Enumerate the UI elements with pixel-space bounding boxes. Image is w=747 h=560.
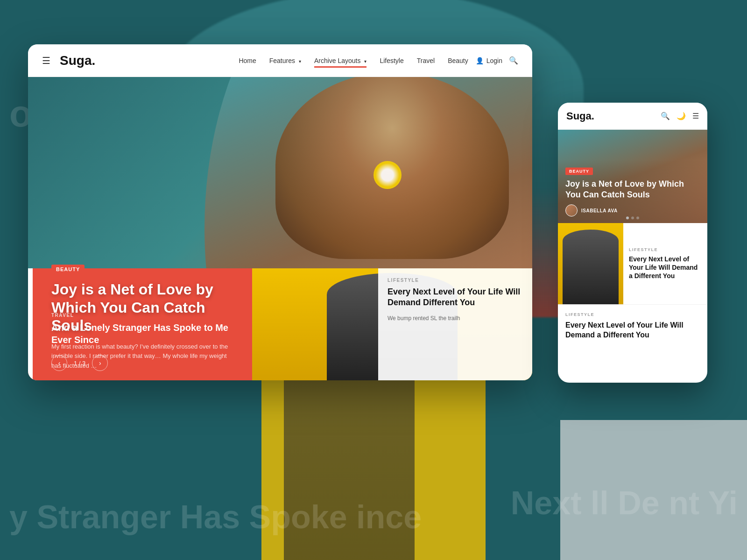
overlay-excerpt: We bump rented SL the trailh [388,314,523,322]
overlay-category: LIFESTYLE [388,278,523,283]
nav-link-beauty[interactable]: Beauty [448,57,468,64]
hero-title: Joy is a Net of Love by Which You Can Ca… [51,280,247,334]
desktop-content: BEAUTY Joy is a Net of Love by Which You… [28,77,532,380]
desktop-navbar: ☰ Suga. Home Features ▾ Archive Layouts … [28,44,532,77]
author-avatar [565,204,578,217]
hero-flower-decoration [374,161,402,189]
mobile-card-1-image [558,223,623,304]
nav-item-travel[interactable]: Travel [417,56,435,65]
desktop-nav-links: Home Features ▾ Archive Layouts ▾ Lifest… [239,56,468,65]
nav-link-home[interactable]: Home [239,57,256,64]
nav-link-archive[interactable]: Archive Layouts ▾ [314,57,367,68]
nav-link-features[interactable]: Features ▾ [269,57,301,64]
hero-category-badge[interactable]: BEAUTY [51,265,85,274]
nav-link-travel[interactable]: Travel [417,57,435,64]
nav-item-archive[interactable]: Archive Layouts ▾ [314,56,367,65]
mobile-search-icon[interactable]: 🔍 [661,112,670,120]
hamburger-icon[interactable]: ☰ [42,55,50,66]
bg-text-bottom-left: y Stranger Has Spoke ince [0,497,422,537]
card-2-category: LIFESTYLE [565,312,700,317]
card-person-image [563,230,619,304]
mobile-moon-icon[interactable]: 🌙 [677,112,686,120]
user-icon: 👤 [476,57,484,64]
desktop-mockup: ☰ Suga. Home Features ▾ Archive Layouts … [28,44,532,380]
login-button[interactable]: 👤 Login [476,57,502,64]
card-1-title: Every Next Level of Your Life Will Deman… [629,255,702,280]
mobile-hero-content: BEAUTY Joy is a Net of Love by Which You… [558,160,707,223]
mobile-nav-icons: 🔍 🌙 ☰ [661,112,699,120]
bg-text-right: Next ll De nt Yi [511,483,738,523]
archive-dropdown-arrow: ▾ [364,59,366,64]
hero-excerpt: My first reaction is what beauty? I've d… [51,342,229,371]
features-dropdown-arrow: ▾ [299,59,301,64]
mobile-hero-badge: BEAUTY [565,168,593,175]
hero-text-area: BEAUTY Joy is a Net of Love by Which You… [28,251,271,380]
mobile-logo[interactable]: Suga. [566,110,594,122]
desktop-logo[interactable]: Suga. [60,53,95,68]
nav-item-home[interactable]: Home [239,56,256,65]
mobile-hero: BEAUTY Joy is a Net of Love by Which You… [558,130,707,223]
mobile-author: ISABELLA AVA [565,204,700,217]
nav-link-lifestyle[interactable]: Lifestyle [380,57,403,64]
mobile-navbar: Suga. 🔍 🌙 ☰ [558,103,707,130]
nav-item-features[interactable]: Features ▾ [269,56,301,65]
bottom-image-card: LIFESTYLE Every Next Level of Your Life … [252,268,532,380]
mobile-mockup: Suga. 🔍 🌙 ☰ BEAUTY Joy is a Net of Love … [558,103,707,383]
search-icon[interactable]: 🔍 [509,56,518,65]
mobile-card-1[interactable]: LIFESTYLE Every Next Level of Your Life … [558,223,707,305]
nav-item-lifestyle[interactable]: Lifestyle [380,56,403,65]
mobile-hero-title: Joy is a Net of Love by Which You Can Ca… [565,179,700,200]
nav-item-beauty[interactable]: Beauty [448,56,468,65]
article-overlay: LIFESTYLE Every Next Level of Your Life … [378,268,532,380]
author-name: ISABELLA AVA [581,208,618,213]
mobile-card-1-content: LIFESTYLE Every Next Level of Your Life … [623,223,707,304]
overlay-title: Every Next Level of Your Life Will Deman… [388,287,523,308]
mobile-menu-icon[interactable]: ☰ [692,112,699,120]
card-1-category: LIFESTYLE [629,247,702,252]
card-2-title: Every Next Level of Your Life Will Deman… [565,321,700,340]
mobile-card-2[interactable]: LIFESTYLE Every Next Level of Your Life … [558,305,707,348]
